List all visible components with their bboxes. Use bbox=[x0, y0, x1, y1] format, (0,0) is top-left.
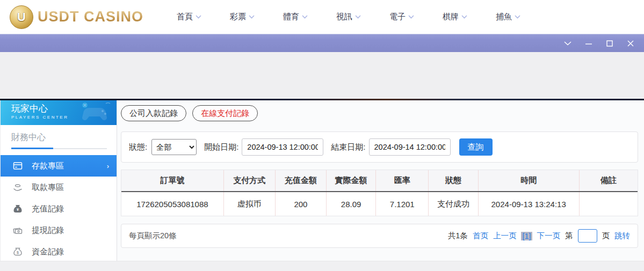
main-nav: 首頁 彩票 體育 視訊 電子 棋牌 bbox=[177, 12, 520, 22]
close-icon[interactable] bbox=[626, 39, 634, 47]
brand-logo[interactable]: U USDT CASINO bbox=[10, 5, 143, 29]
chevron-down-icon bbox=[515, 15, 520, 19]
chevron-down-icon bbox=[249, 15, 255, 19]
banner-area bbox=[0, 52, 644, 99]
nav-item-live[interactable]: 視訊 bbox=[336, 12, 361, 22]
col-remark: 備註 bbox=[579, 170, 638, 192]
status-label: 狀態: bbox=[129, 142, 147, 152]
sidebar-item-deposit[interactable]: 存款專區 › bbox=[1, 155, 117, 177]
pagination-bar: 每頁顯示20條 共1条 首页 上一页 [1] 下一页 第 页 跳转 bbox=[121, 224, 638, 248]
sidebar-item-withdrawal-records[interactable]: 提現記錄 bbox=[1, 219, 117, 241]
jump-suffix-label: 页 bbox=[602, 231, 610, 241]
jump-prefix-label: 第 bbox=[565, 231, 573, 241]
chevron-down-icon bbox=[355, 15, 361, 19]
col-actual-amount: 實際金額 bbox=[326, 170, 375, 192]
current-page-indicator: [1] bbox=[521, 232, 532, 240]
start-date-label: 開始日期: bbox=[204, 142, 238, 152]
sidebar-header: 玩家中心 PLAYERS CENTER bbox=[1, 100, 117, 125]
chevron-down-icon bbox=[408, 15, 414, 19]
svg-text:$: $ bbox=[17, 251, 19, 255]
cell-recharge-amount: 200 bbox=[275, 192, 326, 216]
nav-label: 彩票 bbox=[230, 12, 246, 22]
collapse-chevron-icon[interactable] bbox=[563, 39, 571, 47]
sidebar-section-label: 財務中心 bbox=[11, 132, 106, 143]
sidebar-menu: 存款專區 › 取款專區 ¥ 充值記錄 bbox=[1, 155, 117, 262]
nav-label: 電子 bbox=[389, 12, 406, 22]
nav-item-home[interactable]: 首頁 bbox=[177, 12, 201, 22]
withdraw-hand-icon bbox=[12, 182, 23, 192]
cell-actual-amount: 28.09 bbox=[326, 192, 375, 216]
sidebar-item-label: 提現記錄 bbox=[32, 225, 109, 236]
total-count-text: 共1条 bbox=[448, 231, 468, 241]
chevron-down-icon bbox=[461, 15, 467, 19]
nav-label: 首頁 bbox=[177, 12, 193, 22]
brand-name: USDT CASINO bbox=[38, 9, 143, 25]
cell-exchange-rate: 7.1201 bbox=[376, 192, 429, 216]
chevron-down-icon bbox=[196, 15, 201, 19]
end-date-input[interactable] bbox=[369, 138, 451, 156]
sidebar-section: 財務中心 bbox=[11, 132, 106, 149]
col-time: 時間 bbox=[478, 170, 579, 192]
bottom-strip bbox=[0, 261, 644, 271]
nav-item-slots[interactable]: 電子 bbox=[389, 12, 414, 22]
main-panel: 公司入款記錄 在線支付記錄 狀態: 全部 開始日期: 結束日期: 查詢 bbox=[117, 100, 644, 261]
end-date-label: 結束日期: bbox=[331, 142, 365, 152]
deposit-card-icon bbox=[12, 161, 23, 171]
sidebar-item-label: 充值記錄 bbox=[32, 204, 109, 214]
cell-status: 支付成功 bbox=[429, 192, 478, 216]
app-window: U USDT CASINO 首頁 彩票 體育 視訊 電子 bbox=[0, 0, 644, 271]
section-underline bbox=[11, 148, 107, 149]
logo-coin-icon: U bbox=[10, 5, 33, 29]
page-size-text: 每頁顯示20條 bbox=[129, 231, 177, 241]
minimize-icon[interactable] bbox=[584, 39, 592, 47]
first-page-link[interactable]: 首页 bbox=[473, 231, 488, 241]
tab-online-payment-records[interactable]: 在線支付記錄 bbox=[192, 105, 258, 121]
status-select[interactable]: 全部 bbox=[151, 139, 197, 155]
sidebar-item-label: 取款專區 bbox=[32, 182, 109, 193]
sidebar-item-label: 存款專區 bbox=[32, 161, 107, 171]
col-payment-method: 支付方式 bbox=[223, 170, 275, 192]
nav-label: 體育 bbox=[283, 12, 299, 22]
prev-page-link[interactable]: 上一页 bbox=[493, 231, 517, 241]
cell-payment-method: 虚拟币 bbox=[223, 192, 275, 216]
col-order-number: 訂單號 bbox=[121, 170, 223, 192]
table-header-row: 訂單號 支付方式 充值金額 實際金額 匯率 狀態 時間 備註 bbox=[121, 170, 638, 192]
cell-order-number: 1726205053081088 bbox=[121, 192, 223, 216]
maximize-icon[interactable] bbox=[605, 39, 613, 47]
window-control-bar bbox=[0, 34, 644, 52]
nav-label: 捕魚 bbox=[496, 12, 512, 22]
tab-company-deposit-records[interactable]: 公司入款記錄 bbox=[121, 105, 186, 121]
start-date-input[interactable] bbox=[242, 138, 323, 156]
chevron-down-icon bbox=[302, 15, 308, 19]
funds-bag-icon: $ bbox=[12, 247, 23, 257]
cell-remark bbox=[579, 192, 638, 216]
cell-time: 2024-09-13 13:24:13 bbox=[478, 192, 579, 216]
sidebar-item-funds-records[interactable]: $ 資金記錄 bbox=[1, 241, 117, 262]
sidebar: 玩家中心 PLAYERS CENTER 財務中心 bbox=[0, 100, 117, 261]
recharge-bag-icon: ¥ bbox=[12, 204, 23, 214]
nav-label: 視訊 bbox=[336, 12, 352, 22]
col-exchange-rate: 匯率 bbox=[376, 170, 429, 192]
sidebar-item-withdraw[interactable]: 取款專區 bbox=[1, 177, 117, 198]
sidebar-item-label: 資金記錄 bbox=[32, 247, 109, 257]
nav-item-lottery[interactable]: 彩票 bbox=[230, 12, 255, 22]
nav-item-cards[interactable]: 棋牌 bbox=[443, 12, 467, 22]
top-header: U USDT CASINO 首頁 彩票 體育 視訊 電子 bbox=[0, 0, 644, 34]
content-area: 玩家中心 PLAYERS CENTER 財務中心 bbox=[0, 100, 644, 271]
table-row: 1726205053081088 虚拟币 200 28.09 7.1201 支付… bbox=[121, 192, 638, 216]
withdrawal-notes-icon bbox=[12, 225, 23, 235]
pager-controls: 共1条 首页 上一页 [1] 下一页 第 页 跳转 bbox=[448, 229, 630, 243]
record-tabs: 公司入款記錄 在線支付記錄 bbox=[121, 105, 638, 121]
next-page-link[interactable]: 下一页 bbox=[537, 231, 561, 241]
jump-button[interactable]: 跳转 bbox=[614, 231, 630, 241]
sidebar-item-recharge-records[interactable]: ¥ 充值記錄 bbox=[1, 198, 117, 219]
page-number-input[interactable] bbox=[578, 229, 597, 243]
search-button[interactable]: 查詢 bbox=[459, 138, 493, 156]
records-table: 訂單號 支付方式 充值金額 實際金額 匯率 狀態 時間 備註 bbox=[121, 170, 638, 216]
gamepad-icon bbox=[76, 102, 111, 123]
nav-item-sports[interactable]: 體育 bbox=[283, 12, 308, 22]
logo-letter: U bbox=[17, 10, 26, 24]
svg-text:¥: ¥ bbox=[17, 208, 19, 211]
nav-item-fishing[interactable]: 捕魚 bbox=[496, 12, 520, 22]
col-recharge-amount: 充值金額 bbox=[275, 170, 326, 192]
